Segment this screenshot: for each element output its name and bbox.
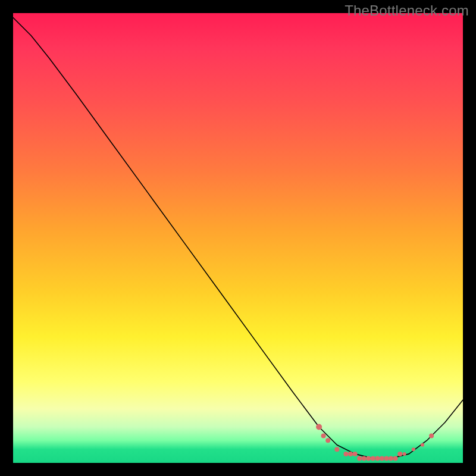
chart-svg	[13, 13, 463, 463]
marker-dot	[403, 452, 406, 456]
marker-dot	[348, 452, 353, 456]
marker-dot	[384, 456, 389, 461]
marker-dot	[334, 447, 339, 452]
marker-dot	[380, 456, 384, 461]
plot-area	[13, 13, 463, 463]
marker-dot	[353, 452, 358, 456]
curve-markers	[316, 424, 434, 461]
bottleneck-curve	[13, 18, 463, 459]
marker-dot	[393, 456, 398, 461]
marker-dot	[412, 447, 415, 451]
marker-dot	[397, 452, 402, 456]
marker-dot	[357, 456, 362, 461]
watermark-label: TheBottleneck.com	[345, 2, 469, 19]
marker-dot	[371, 456, 375, 461]
marker-dot	[316, 424, 322, 430]
marker-dot	[366, 456, 371, 461]
marker-dot	[362, 456, 367, 461]
marker-dot	[375, 456, 380, 461]
marker-dot	[421, 443, 424, 447]
marker-dot	[429, 434, 434, 439]
marker-dot	[389, 456, 393, 461]
chart-frame: TheBottleneck.com	[0, 0, 476, 476]
marker-dot	[325, 438, 330, 443]
marker-dot	[321, 434, 326, 439]
marker-dot	[343, 452, 348, 456]
